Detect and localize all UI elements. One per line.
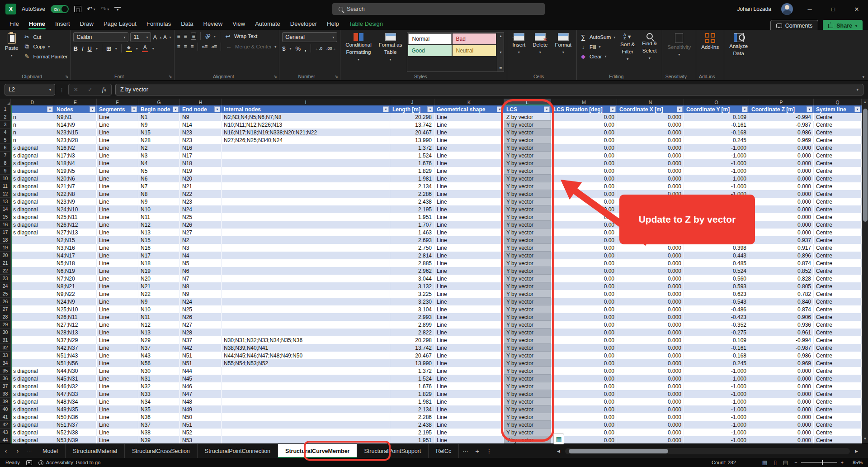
cell-I29[interactable]	[222, 321, 390, 329]
cell-H26[interactable]: N24	[180, 298, 222, 305]
cell-H32[interactable]: N42	[180, 344, 222, 352]
resize-handle-icon[interactable]: ⋮	[59, 86, 65, 93]
name-box[interactable]: L2▾	[5, 84, 55, 95]
cell-H24[interactable]: N8	[180, 282, 222, 290]
cell-N43[interactable]: 0.000	[617, 429, 684, 436]
cell-L4[interactable]: Y by vector	[504, 129, 551, 136]
cell-M17[interactable]: 0.00	[551, 229, 617, 236]
cell-M39[interactable]: 0.00	[551, 398, 617, 405]
vertical-scroll-thumb[interactable]	[863, 109, 868, 222]
cell-N29[interactable]: 0.000	[617, 321, 684, 329]
cell-P6[interactable]: 0.000	[749, 144, 814, 152]
cell-O29[interactable]: -0.352	[684, 321, 749, 329]
cell-H23[interactable]: N7	[180, 275, 222, 282]
cell-G12[interactable]: N8	[138, 190, 180, 198]
row-header-16[interactable]: 16	[0, 221, 11, 229]
cell-K5[interactable]: Line	[434, 136, 504, 144]
cell-H37[interactable]: N46	[180, 382, 222, 390]
cell-O22[interactable]: 0.524	[684, 267, 749, 275]
cell-Q5[interactable]: Centre	[814, 136, 862, 144]
cell-D41[interactable]: s diagonal	[11, 413, 54, 421]
filter-button-N[interactable]: ▼	[677, 106, 683, 112]
cell-E40[interactable]: N49;N35	[54, 405, 97, 413]
cell-Q37[interactable]: Centre	[814, 382, 862, 390]
cell-Q15[interactable]: Centre	[814, 213, 862, 221]
cell-N41[interactable]: 0.000	[617, 413, 684, 421]
page-layout-view-icon[interactable]: ▯	[774, 459, 777, 466]
cell-J39[interactable]: 1.981	[390, 398, 434, 405]
cell-K31[interactable]: Line	[434, 336, 504, 344]
cell-F25[interactable]: Line	[97, 290, 138, 298]
cell-O44[interactable]: -1.000	[684, 436, 749, 443]
cell-Q16[interactable]: Centre	[814, 221, 862, 229]
cell-D11[interactable]: s diagonal	[11, 182, 54, 190]
cell-M28[interactable]: 0.00	[551, 313, 617, 321]
column-header-L[interactable]: L	[504, 99, 551, 105]
cell-O34[interactable]: 0.245	[684, 359, 749, 367]
cell-D3[interactable]: n	[11, 121, 54, 129]
cell-J31[interactable]: 20.298	[390, 336, 434, 344]
header-cell-P[interactable]: Coordinate Z [m]▼	[749, 105, 814, 113]
filter-button-I[interactable]: ▼	[383, 106, 389, 112]
fill-color-button[interactable]: ◆	[126, 45, 132, 52]
cell-P20[interactable]: 0.896	[749, 252, 814, 259]
style-neutral[interactable]: Neutral	[453, 45, 496, 56]
cell-E43[interactable]: N52;N38	[54, 429, 97, 436]
cell-E16[interactable]: N26;N12	[54, 221, 97, 229]
cell-P19[interactable]: 0.917	[749, 244, 814, 252]
cell-K21[interactable]: Line	[434, 259, 504, 267]
cell-Q44[interactable]: Centre	[814, 436, 862, 443]
cell-J16[interactable]: 1.707	[390, 221, 434, 229]
cell-O26[interactable]: -0.543	[684, 298, 749, 305]
cell-P33[interactable]: 0.986	[749, 352, 814, 359]
cell-F37[interactable]: Line	[97, 382, 138, 390]
cell-L16[interactable]: Y by vector	[504, 221, 551, 229]
row-header-3[interactable]: 3	[0, 121, 11, 129]
cell-D34[interactable]	[11, 359, 54, 367]
cell-K34[interactable]: Line	[434, 359, 504, 367]
cell-J13[interactable]: 2.438	[390, 198, 434, 205]
cell-I28[interactable]	[222, 313, 390, 321]
cell-N26[interactable]: 0.000	[617, 298, 684, 305]
cell-F29[interactable]: Line	[97, 321, 138, 329]
cell-Q2[interactable]: Centre	[814, 113, 862, 121]
cell-M13[interactable]: 0.00	[551, 198, 617, 205]
cell-D15[interactable]: s diagonal	[11, 213, 54, 221]
cell-P35[interactable]: 0.000	[749, 367, 814, 375]
cell-J7[interactable]: 1.524	[390, 152, 434, 159]
cell-Q26[interactable]: Centre	[814, 298, 862, 305]
cell-E12[interactable]: N22;N8	[54, 190, 97, 198]
cell-P44[interactable]: 0.000	[749, 436, 814, 443]
column-header-Q[interactable]: Q	[814, 99, 862, 105]
cell-D44[interactable]: s diagonal	[11, 436, 54, 443]
cell-J35[interactable]: 1.372	[390, 367, 434, 375]
cell-P27[interactable]: 0.874	[749, 305, 814, 313]
cell-L20[interactable]: Y by vector	[504, 252, 551, 259]
align-top-icon[interactable]: ≡	[177, 33, 180, 39]
align-bottom-icon[interactable]: ≡	[191, 33, 196, 40]
cell-J18[interactable]: 2.693	[390, 236, 434, 244]
cell-O9[interactable]: -1.000	[684, 167, 749, 175]
cell-E3[interactable]: N14;N9	[54, 121, 97, 129]
sheet-tab-model[interactable]: Model	[35, 444, 66, 458]
filter-button-M[interactable]: ▼	[610, 106, 616, 112]
format-cells-button[interactable]: Format▾	[552, 32, 573, 72]
sort-filter-button[interactable]: AZ▼ Sort &Filter ▾	[618, 32, 637, 72]
cell-L33[interactable]: Y by vector	[504, 352, 551, 359]
cell-E31[interactable]: N37;N29	[54, 336, 97, 344]
cell-P32[interactable]: -0.987	[749, 344, 814, 352]
decrease-indent-icon[interactable]: «≡	[202, 43, 208, 50]
header-cell-F[interactable]: Segments▼	[97, 105, 138, 113]
macro-record-icon[interactable]	[26, 460, 32, 465]
cell-M22[interactable]: 0.00	[551, 267, 617, 275]
font-family-select[interactable]: Calibri▾	[73, 32, 128, 42]
header-cell-N[interactable]: Coordinate X [m]▼	[617, 105, 684, 113]
cell-F20[interactable]: Line	[97, 252, 138, 259]
cell-O2[interactable]: 0.109	[684, 113, 749, 121]
cell-E10[interactable]: N20;N6	[54, 175, 97, 182]
row-header-19[interactable]: 19	[0, 244, 11, 252]
cell-P26[interactable]: 0.840	[749, 298, 814, 305]
cell-H7[interactable]: N17	[180, 152, 222, 159]
fill-button[interactable]: ↓Fill▾	[580, 43, 615, 50]
cell-D14[interactable]: s diagonal	[11, 205, 54, 213]
